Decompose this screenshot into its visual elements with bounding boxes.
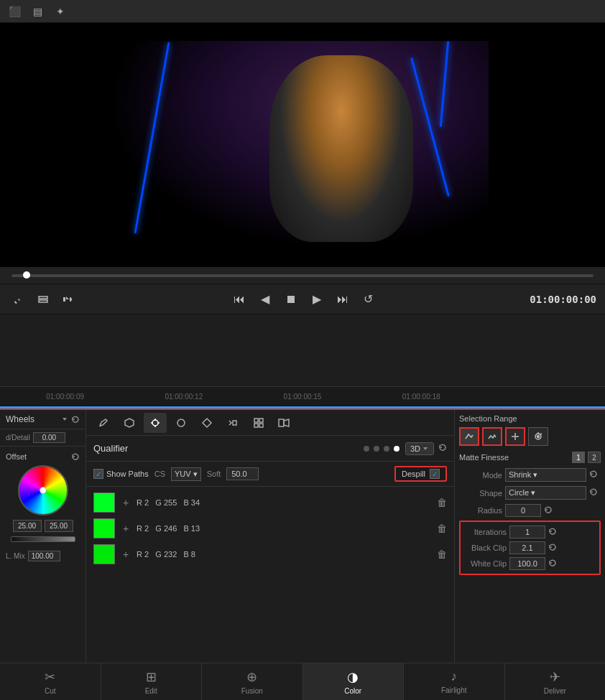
color-wheel[interactable] <box>18 465 68 515</box>
toolbar-icon-1[interactable]: ⬛ <box>6 3 23 20</box>
layer-btn[interactable] <box>33 289 53 309</box>
shape-select[interactable]: Circle ▾ <box>505 486 586 500</box>
iterations-input[interactable]: 1 <box>509 526 545 538</box>
black-clip-row: Black Clip 2.1 <box>463 540 596 556</box>
qualifier-header: Qualifier 3D <box>86 436 454 462</box>
cs-select[interactable]: YUV ▾ <box>171 467 201 481</box>
nav-fairlight[interactable]: ♪ Fairlight <box>404 663 505 700</box>
offset-header: Offset <box>6 452 80 461</box>
fairlight-icon: ♪ <box>451 669 457 684</box>
mode-select[interactable]: Shrink ▾ <box>505 468 586 482</box>
timeline-thumb[interactable] <box>23 271 30 279</box>
hex-tool-btn[interactable] <box>118 413 141 433</box>
slider-bar[interactable] <box>11 536 75 542</box>
skip-start-btn[interactable]: ⏮ <box>229 289 249 309</box>
rotate-view-btn[interactable] <box>528 427 548 446</box>
mode-reset-btn[interactable] <box>589 470 601 480</box>
shape-value: Circle <box>509 488 529 497</box>
toolbar-icon-3[interactable]: ✦ <box>52 3 69 20</box>
dot-2[interactable] <box>374 446 379 452</box>
3d-mode-btn[interactable]: 3D <box>405 442 434 455</box>
color-swatch-1[interactable] <box>93 493 115 513</box>
matte-badge-2[interactable]: 2 <box>588 452 601 463</box>
color-swatch-3[interactable] <box>93 544 115 564</box>
color-panel: Wheels d/Detail 0.00 Offset <box>0 410 605 694</box>
dot-4[interactable] <box>394 446 400 452</box>
next-frame-btn[interactable]: ⏭ <box>333 289 353 309</box>
iterations-row: Iterations 1 <box>463 524 596 540</box>
sel-tool-1-btn[interactable] <box>459 427 479 446</box>
mode-row: Mode Shrink ▾ <box>459 466 601 484</box>
white-clip-reset-btn[interactable] <box>548 559 560 569</box>
audio-btn[interactable] <box>57 289 78 309</box>
show-paths-checkbox[interactable]: ✓ Show Paths <box>93 469 149 479</box>
detail-input[interactable]: 0.00 <box>33 432 65 443</box>
dot-1[interactable] <box>364 446 369 452</box>
crosshair-tool-btn[interactable] <box>144 413 167 433</box>
timeline-bar: 01:00:00:09 01:00:00:12 01:00:00:15 01:0… <box>0 386 605 406</box>
soft-label: Soft <box>207 470 221 478</box>
radius-reset-btn[interactable] <box>544 505 555 516</box>
offset-reset-icon[interactable] <box>71 452 80 461</box>
mode-chevron-icon: ▾ <box>533 470 537 479</box>
matte-badge-1[interactable]: 1 <box>572 452 585 463</box>
despill-checkbox[interactable]: ✓ <box>430 469 440 479</box>
wheels-reset-icon[interactable] <box>71 415 80 424</box>
nav-edit[interactable]: ⊞ Edit <box>101 663 203 700</box>
grid-tool-btn[interactable] <box>247 413 270 433</box>
timeline-marker-2: 01:00:00:12 <box>124 393 243 401</box>
cs-value: YUV <box>175 470 191 478</box>
radius-input[interactable]: 0 <box>505 504 541 517</box>
3d-tool-btn[interactable] <box>273 413 296 433</box>
timeline-marker-1: 01:00:00:09 <box>6 393 124 401</box>
play-btn[interactable]: ▶ <box>307 289 327 309</box>
diamond-tool-btn[interactable] <box>195 413 218 433</box>
matte-finesse-label: Matte Finesse <box>459 453 509 462</box>
sel-range-tools <box>459 427 601 446</box>
add-color-1-btn[interactable]: + <box>119 496 132 509</box>
nav-fusion[interactable]: ⊕ Fusion <box>202 663 303 700</box>
black-clip-reset-btn[interactable] <box>548 543 560 554</box>
loop-btn[interactable]: ↺ <box>359 289 379 309</box>
nav-deliver[interactable]: ✈ Deliver <box>505 663 606 700</box>
val-box-2[interactable]: 25.00 <box>45 520 73 532</box>
shape-reset-btn[interactable] <box>589 487 601 498</box>
circle-tool-btn[interactable] <box>170 413 193 433</box>
add-color-3-btn[interactable]: + <box>119 548 132 561</box>
show-paths-check-box[interactable]: ✓ <box>93 469 103 479</box>
black-clip-input[interactable]: 2.1 <box>509 541 545 554</box>
3d-chevron-icon <box>422 445 429 452</box>
add-color-2-btn[interactable]: + <box>119 522 132 535</box>
blue-line-right2 <box>440 41 449 127</box>
sel-tool-2-btn[interactable] <box>482 427 502 446</box>
lmix-input[interactable]: 100.00 <box>28 551 60 561</box>
iterations-reset-btn[interactable] <box>548 527 560 538</box>
delete-color-1-btn[interactable]: 🗑 <box>437 497 447 508</box>
nav-cut[interactable]: ✂ Cut <box>0 663 101 700</box>
val-box-1[interactable]: 25.00 <box>13 520 42 532</box>
white-clip-input[interactable]: 100.0 <box>509 557 545 570</box>
gradient-tool-btn[interactable] <box>221 413 244 433</box>
nav-color[interactable]: ◑ Color <box>303 663 405 700</box>
video-preview <box>0 23 605 267</box>
sel-tool-3-btn[interactable] <box>505 427 525 446</box>
soft-input[interactable]: 50.0 <box>226 467 259 480</box>
timeline-marker-3: 01:00:00:15 <box>243 393 361 401</box>
dot-3[interactable] <box>384 446 389 452</box>
toolbar-icon-2[interactable]: ▤ <box>29 3 46 20</box>
detail-row: d/Detail 0.00 <box>0 429 86 447</box>
color-swatch-2[interactable] <box>93 518 115 538</box>
prev-frame-btn[interactable]: ◀ <box>255 289 275 309</box>
delete-color-2-btn[interactable]: 🗑 <box>437 523 447 534</box>
eyedropper-btn[interactable] <box>9 289 29 309</box>
timeline-progress[interactable] <box>11 274 594 277</box>
qual-reset-icon[interactable] <box>438 443 447 454</box>
wheels-chevron-icon[interactable] <box>61 416 68 423</box>
delete-color-3-btn[interactable]: 🗑 <box>437 549 447 560</box>
pencil-tool-btn[interactable] <box>92 413 115 433</box>
stop-btn[interactable]: ⏹ <box>281 289 301 309</box>
cs-chevron-icon: ▾ <box>193 470 198 478</box>
svg-rect-13 <box>254 424 258 427</box>
despill-box: Despill ✓ <box>394 466 447 482</box>
qualifier-title: Qualifier <box>93 443 364 454</box>
